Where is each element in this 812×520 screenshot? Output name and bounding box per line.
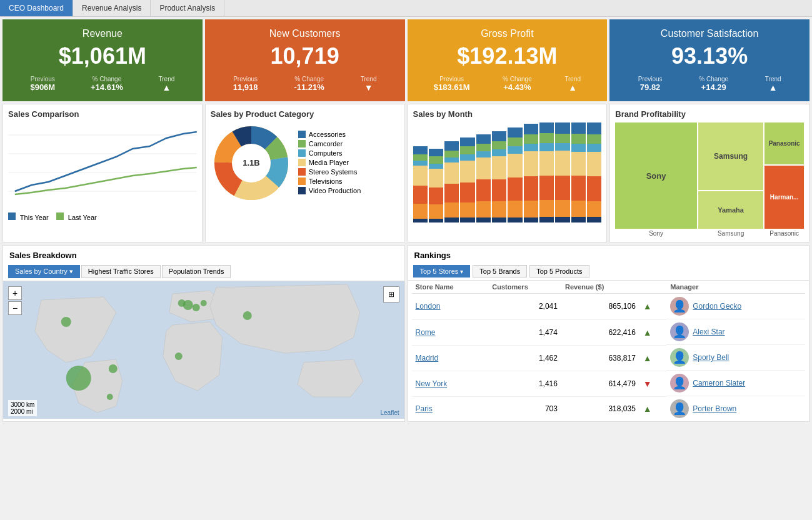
bar-sep (539, 122, 554, 222)
manager-link[interactable]: Sporty Bell (693, 353, 729, 362)
trend-cell: ▲ (639, 345, 666, 371)
col-customers: Customers (488, 281, 561, 294)
map-tab-traffic[interactable]: Highest Traffic Stores (81, 265, 161, 278)
bar-dec (587, 122, 601, 222)
donut-center-label: 1.1B (243, 158, 259, 168)
legend-box (298, 149, 306, 157)
map-tab-population[interactable]: Population Trends (162, 265, 231, 278)
manager-link[interactable]: Alexi Star (693, 328, 724, 336)
leaflet-link[interactable]: Leaflet (380, 409, 399, 416)
category-legend: Accessories Camcorder Computers Media Pl… (298, 131, 361, 196)
brand-profitability-title: Brand Profitability (615, 109, 804, 119)
kpi-revenue-title: Revenue (13, 28, 193, 39)
col-manager: Manager (666, 281, 805, 294)
avatar-icon: 👤 (673, 376, 686, 390)
layers-icon: ⊞ (388, 290, 394, 299)
legend-box (298, 178, 306, 185)
kpi-revenue: Revenue $1,061M Previous $906M % Change … (3, 19, 203, 101)
bar-jan (413, 122, 428, 222)
sales-month-title: Sales by Month (413, 109, 602, 119)
table-row: London 2,041 865,106 ▲ 👤 Gordon Gecko (412, 294, 806, 320)
legend-this-year: This Year (8, 212, 49, 221)
line-chart (8, 122, 197, 210)
store-name-cell: Madrid (412, 345, 489, 371)
store-link[interactable]: London (416, 302, 441, 311)
kpi-profit-title: Gross Profit (418, 28, 598, 39)
rank-tab-stores[interactable]: Top 5 Stores ▾ (413, 265, 471, 278)
trend-down-icon: ▼ (361, 82, 377, 92)
sales-comparison-legend: This Year Last Year (8, 212, 197, 221)
rank-tab-brands[interactable]: Top 5 Brands (473, 265, 527, 278)
store-link[interactable]: New York (416, 379, 448, 388)
avatar-icon: 👤 (673, 402, 686, 416)
store-link[interactable]: Rome (416, 328, 436, 337)
col-trend (639, 281, 666, 294)
revenue-cell: 622,416 (561, 319, 639, 345)
trend-up-icon: ▲ (564, 82, 581, 92)
store-name-cell: Rome (412, 319, 489, 345)
customers-cell: 1,462 (488, 345, 561, 371)
avatar: 👤 (670, 399, 689, 418)
map-layers-button[interactable]: ⊞ (383, 286, 399, 302)
rank-table-header: Store Name Customers Revenue ($) Manager (412, 281, 806, 294)
kpi-customers-trend: Trend ▼ (361, 76, 377, 92)
tab-revenue-analysis[interactable]: Revenue Analysis (73, 0, 151, 16)
bar-mar (444, 122, 459, 222)
manager-link[interactable]: Porter Brown (693, 404, 736, 413)
kpi-satisfaction-change: % Change +14.29 (699, 76, 728, 92)
store-name-cell: New York (412, 371, 489, 396)
rank-tab-products[interactable]: Top 5 Products (529, 265, 589, 278)
avatar: 👤 (670, 322, 689, 341)
dropdown-arrow-icon: ▾ (69, 268, 73, 275)
svg-point-19 (66, 366, 91, 391)
map-scale: 3000 km 2000 mi (8, 400, 37, 416)
rankings-table: Store Name Customers Revenue ($) Manager… (412, 281, 806, 421)
map-tab-country[interactable]: Sales by Country ▾ (8, 265, 80, 278)
bar-chart (413, 122, 602, 222)
kpi-row: Revenue $1,061M Previous $906M % Change … (0, 17, 812, 104)
legend-box (298, 187, 306, 194)
trend-up-icon: ▲ (643, 328, 652, 338)
rankings-panel: Rankings Top 5 Stores ▾ Top 5 Brands Top… (408, 245, 810, 422)
line-chart-svg (8, 122, 197, 210)
manager-link[interactable]: Cameron Slater (693, 379, 745, 388)
avatar: 👤 (670, 374, 689, 392)
bar-feb (429, 122, 443, 222)
kpi-customers-prev: Previous 11,918 (233, 76, 258, 92)
bar-jul (508, 122, 522, 222)
store-link[interactable]: Madrid (416, 354, 439, 362)
rankings-table-body: London 2,041 865,106 ▲ 👤 Gordon Gecko Ro… (412, 294, 806, 422)
store-name-cell: London (412, 294, 489, 320)
legend-dot-this-year (8, 212, 16, 220)
kpi-customers-value: 10,719 (215, 43, 395, 69)
legend-box (298, 168, 306, 176)
legend-video: Video Production (298, 187, 361, 194)
avatar: 👤 (670, 297, 689, 316)
bar-may (476, 122, 491, 222)
bar-apr (460, 122, 474, 222)
kpi-satisfaction-prev: Previous 79.82 (638, 76, 663, 92)
col-revenue: Revenue ($) (561, 281, 639, 294)
bottom-row: Sales Breakdown Sales by Country ▾ Highe… (0, 245, 812, 424)
zoom-out-button[interactable]: − (8, 301, 22, 315)
store-link[interactable]: Paris (416, 404, 433, 413)
trend-up-icon: ▲ (643, 404, 652, 414)
sales-breakdown-panel: Sales Breakdown Sales by Country ▾ Highe… (3, 245, 405, 422)
treemap-panasonic-label: Panasonic (764, 122, 804, 164)
svg-point-15 (193, 304, 200, 311)
zoom-in-button[interactable]: + (8, 286, 22, 300)
map-zoom-controls: + − (8, 286, 22, 316)
donut-container: 1.1B Accessories Camcorder Computers Me (211, 122, 399, 204)
svg-point-17 (178, 299, 186, 307)
kpi-profit-prev: Previous $183.61M (434, 76, 470, 92)
legend-dot-last-year (56, 212, 64, 220)
tab-ceo-dashboard[interactable]: CEO Dashboard (0, 0, 73, 16)
manager-link[interactable]: Gordon Gecko (693, 302, 741, 311)
kpi-revenue-trend: Trend ▲ (159, 76, 175, 92)
kpi-revenue-footer: Previous $906M % Change +14.61% Trend ▲ (13, 76, 193, 92)
sales-breakdown-title: Sales Breakdown (3, 246, 404, 262)
revenue-cell: 638,817 (561, 345, 639, 371)
tab-product-analysis[interactable]: Product Analysis (151, 0, 224, 16)
kpi-profit-trend: Trend ▲ (564, 76, 581, 92)
legend-media-player: Media Player (298, 159, 361, 166)
